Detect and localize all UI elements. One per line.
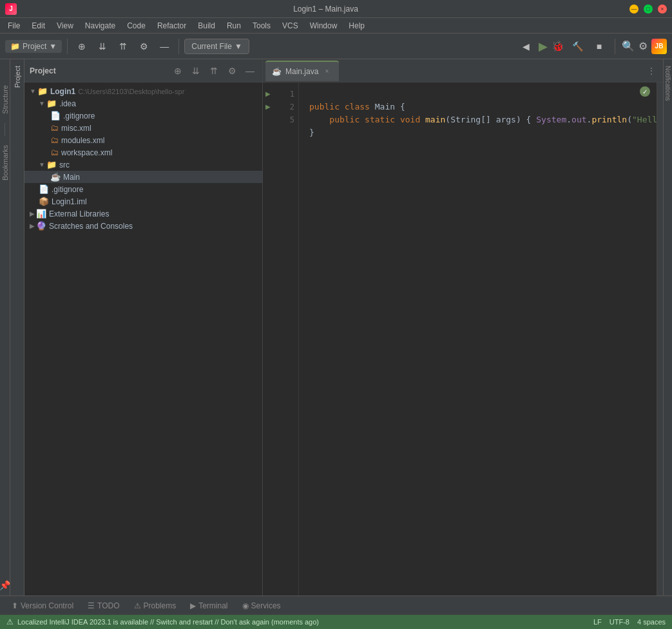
close-button[interactable]: ×	[658, 5, 667, 14]
project-selector[interactable]: 📁 Project ▼	[5, 40, 62, 53]
settings-tree-button[interactable]: ⚙	[135, 37, 153, 55]
services-tab[interactable]: ◉ Services	[236, 600, 287, 612]
menu-window[interactable]: Window	[305, 20, 343, 32]
run-indicator-2[interactable]: ▶	[263, 101, 273, 113]
menu-file[interactable]: File	[3, 20, 25, 32]
menu-tools[interactable]: Tools	[247, 20, 276, 32]
status-lf[interactable]: LF	[593, 618, 602, 626]
build-button[interactable]: 🔨	[568, 37, 586, 55]
tree-gitignore2[interactable]: 📄 .gitignore	[24, 183, 262, 195]
menu-refactor[interactable]: Refactor	[152, 20, 191, 32]
idea-folder-icon: 📁	[46, 99, 57, 108]
back-button[interactable]: ◀	[517, 37, 535, 55]
app-icon: J	[5, 3, 17, 15]
sidebar-add-button[interactable]: ⊕	[171, 64, 185, 78]
scratch-arrow: ▶	[30, 222, 35, 229]
close-panel-button[interactable]: —	[155, 37, 173, 55]
maximize-button[interactable]: □	[644, 5, 653, 14]
tree-scratches[interactable]: ▶ 🔮 Scratches and Consoles	[24, 220, 262, 232]
terminal-tab[interactable]: ▶ Terminal	[184, 600, 234, 612]
tree-modules-xml[interactable]: 🗂 modules.xml	[24, 134, 262, 146]
code-editor[interactable]: public class Main { public static void m…	[299, 82, 657, 595]
sidebar-expand-button[interactable]: ⇊	[189, 64, 203, 78]
src-label: src	[59, 160, 70, 169]
minimize-button[interactable]: —	[629, 5, 638, 14]
tab-close-button[interactable]: ×	[322, 67, 331, 76]
tree-login1-iml[interactable]: 📦 Login1.iml	[24, 195, 262, 208]
version-control-tab[interactable]: ⬆ Version Control	[5, 600, 80, 612]
extlib-arrow: ▶	[30, 210, 35, 217]
workspace-xml-label: workspace.xml	[61, 148, 112, 157]
tree-main-java[interactable]: ☕ Main	[24, 171, 262, 183]
project-tab[interactable]: Project	[11, 59, 24, 94]
status-message[interactable]: Localized IntelliJ IDEA 2023.1 is availa…	[17, 618, 590, 626]
tree-external-libraries[interactable]: ▶ 📊 External Libraries	[24, 208, 262, 220]
add-button[interactable]: ⊕	[73, 37, 91, 55]
modules-xml-icon: 🗂	[50, 135, 59, 145]
stop-button[interactable]: ■	[590, 37, 608, 55]
menu-view[interactable]: View	[52, 20, 79, 32]
project-label: Project	[23, 42, 46, 51]
run-indicator-1[interactable]: ▶	[263, 88, 273, 101]
idea-label: .idea	[59, 99, 76, 108]
scratches-label: Scratches and Consoles	[49, 222, 133, 231]
tree-gitignore1[interactable]: 📄 .gitignore	[24, 110, 262, 122]
sidebar-collapse-button[interactable]: ⇈	[207, 64, 221, 78]
menu-help[interactable]: Help	[343, 20, 370, 32]
line-num-1: 1	[273, 88, 298, 101]
menu-edit[interactable]: Edit	[26, 20, 50, 32]
problems-tab[interactable]: ⚠ Problems	[128, 600, 183, 612]
notifications-panel: Notifications	[663, 59, 672, 595]
collapse-all-button[interactable]: ⇈	[114, 37, 132, 55]
root-collapse-arrow: ▼	[30, 88, 36, 95]
sidebar-gear-button[interactable]: ⚙	[225, 64, 239, 78]
current-file-selector[interactable]: Current File ▼	[184, 39, 249, 54]
menu-run[interactable]: Run	[222, 20, 246, 32]
status-encoding[interactable]: UTF-8	[610, 618, 629, 626]
tab-main-java-label: Main.java	[285, 67, 318, 76]
tab-more-button[interactable]: ⋮	[642, 64, 660, 78]
left-tab-strip: Project	[10, 59, 24, 595]
debug-button[interactable]: 🐞	[552, 40, 564, 52]
todo-label: TODO	[97, 601, 119, 610]
tree-workspace-xml[interactable]: 🗂 workspace.xml	[24, 146, 262, 159]
todo-tab[interactable]: ☰ TODO	[81, 600, 126, 612]
gitignore2-label: .gitignore	[52, 185, 83, 194]
editor-tab-main-java[interactable]: ☕ Main.java ×	[265, 61, 339, 81]
ide-settings-button[interactable]: ⚙	[638, 40, 648, 52]
problems-icon: ⚠	[134, 601, 141, 610]
tree-root[interactable]: ▼ 📁 Login1 C:\Users\82103\Desktop\hello-…	[24, 85, 262, 97]
expand-all-button[interactable]: ⇊	[93, 37, 111, 55]
editor-content[interactable]: ▶ ▶ 1 2 5 public class Main { public sta…	[263, 82, 663, 595]
tree-misc-xml[interactable]: 🗂 misc.xml	[24, 122, 262, 134]
bottom-tabs: ⬆ Version Control ☰ TODO ⚠ Problems ▶ Te…	[0, 595, 672, 615]
file-tree: ▼ 📁 Login1 C:\Users\82103\Desktop\hello-…	[24, 82, 262, 595]
notifications-label[interactable]: Notifications	[664, 66, 671, 101]
window-title: Login1 – Main.java	[22, 5, 629, 14]
sidebar-close-button[interactable]: —	[243, 64, 257, 78]
run-arrow-2-icon: ▶	[265, 101, 271, 113]
project-icon: 📁	[10, 42, 20, 51]
status-spaces[interactable]: 4 spaces	[637, 618, 666, 626]
menu-vcs[interactable]: VCS	[277, 20, 303, 32]
status-bar: ⚠ Localized IntelliJ IDEA 2023.1 is avai…	[0, 615, 672, 629]
current-file-label: Current File	[191, 42, 232, 51]
dropdown-chevron-icon: ▼	[49, 42, 57, 51]
run-button[interactable]: ▶	[539, 39, 548, 53]
status-warning-icon: ⚠	[6, 617, 14, 626]
tree-src-folder[interactable]: ▼ 📁 src	[24, 159, 262, 171]
editor-scrollbar[interactable]	[657, 82, 663, 595]
root-path: C:\Users\82103\Desktop\hello-spr	[78, 88, 184, 95]
run-indicator-3	[263, 113, 273, 126]
current-file-chevron-icon: ▼	[235, 42, 242, 51]
status-right: LF UTF-8 4 spaces	[593, 618, 666, 626]
terminal-icon: ▶	[190, 601, 196, 610]
toolbar-separator-2	[178, 39, 179, 54]
tree-idea-folder[interactable]: ▼ 📁 .idea	[24, 97, 262, 110]
menu-code[interactable]: Code	[122, 20, 151, 32]
menu-navigate[interactable]: Navigate	[80, 20, 120, 32]
search-button[interactable]: 🔍	[622, 40, 635, 52]
menu-build[interactable]: Build	[193, 20, 220, 32]
line-numbers: 1 2 5	[273, 82, 299, 595]
services-icon: ◉	[242, 601, 249, 610]
